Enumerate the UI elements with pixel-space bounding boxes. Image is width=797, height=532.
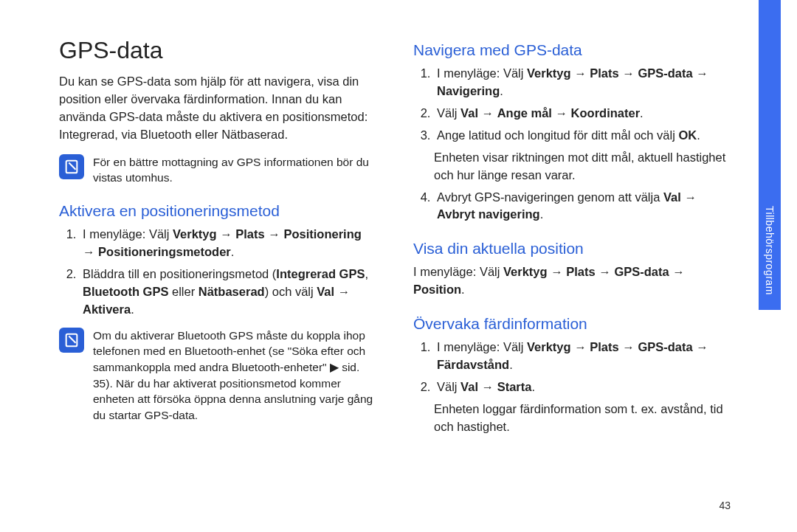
menu-path-part: Aktivera bbox=[83, 303, 131, 316]
section-heading-activate: Aktivera en positioneringsmetod bbox=[59, 202, 376, 220]
text: ) och välj bbox=[265, 285, 317, 298]
menu-path-part: Verktyg bbox=[503, 265, 548, 278]
menu-path-part: Val bbox=[663, 190, 681, 204]
position-line: I menyläge: Välj Verktyg → Plats → GPS-d… bbox=[413, 263, 731, 299]
svg-rect-0 bbox=[66, 160, 77, 173]
list-item: I menyläge: Välj Verktyg → Plats → Posit… bbox=[80, 226, 376, 261]
note-icon bbox=[59, 154, 84, 179]
text: I menyläge: Välj bbox=[437, 340, 527, 353]
list-item: Ange latitud och longitud för ditt mål o… bbox=[434, 127, 731, 145]
menu-path-part: Val bbox=[460, 380, 478, 393]
menu-path-part: Val bbox=[317, 285, 334, 298]
text: I menyläge: Välj bbox=[437, 66, 527, 80]
text: I menyläge: Välj bbox=[413, 265, 503, 278]
note-icon bbox=[59, 328, 84, 353]
menu-path-part: GPS-data bbox=[638, 340, 692, 353]
menu-path-part: Avbryt navigering bbox=[437, 207, 540, 221]
menu-path-part: GPS-data bbox=[614, 265, 669, 278]
menu-path-part: GPS-data bbox=[638, 66, 692, 80]
svg-rect-1 bbox=[66, 334, 77, 346]
navigate-steps: I menyläge: Välj Verktyg → Plats → GPS-d… bbox=[413, 65, 731, 145]
intro-paragraph: Du kan se GPS-data som hjälp för att nav… bbox=[59, 73, 376, 144]
text: I menyläge: Välj bbox=[83, 227, 173, 241]
page-title: GPS-data bbox=[59, 37, 376, 64]
side-tab-label: Tillbehörsprogram bbox=[764, 206, 776, 310]
menu-path-part: Plats bbox=[566, 265, 595, 278]
menu-path-part: Verktyg bbox=[527, 66, 571, 80]
menu-path-part: Koordinater bbox=[571, 106, 641, 120]
menu-path-part: Navigering bbox=[437, 84, 500, 97]
menu-path-part: Plats bbox=[590, 340, 618, 353]
menu-path-part: Positioneringsmetoder bbox=[98, 245, 231, 258]
text: Avbryt GPS-navigeringen genom att välja bbox=[437, 190, 663, 204]
section-heading-navigate: Navigera med GPS-data bbox=[413, 41, 731, 59]
menu-path-part: Verktyg bbox=[173, 227, 217, 241]
left-column: GPS-data Du kan se GPS-data som hjälp fö… bbox=[59, 37, 376, 441]
list-item: Bläddra till en positioneringsmetod (Int… bbox=[80, 266, 376, 319]
trip-steps: I menyläge: Välj Verktyg → Plats → GPS-d… bbox=[413, 339, 731, 396]
button-label: OK bbox=[678, 128, 697, 142]
note-text: För en bättre mottagning av GPS informat… bbox=[93, 154, 376, 186]
navigate-steps-cont: Avbryt GPS-navigeringen genom att välja … bbox=[413, 189, 731, 224]
option: Integrerad GPS bbox=[276, 267, 365, 280]
text: Välj bbox=[437, 380, 460, 393]
list-item: Välj Val → Starta. bbox=[434, 379, 731, 396]
page-number: 43 bbox=[719, 500, 731, 511]
menu-path-part: Färdavstånd bbox=[437, 358, 509, 371]
menu-path-part: Val bbox=[460, 106, 478, 120]
two-column-layout: GPS-data Du kan se GPS-data som hjälp fö… bbox=[59, 37, 731, 441]
section-heading-position: Visa din aktuella position bbox=[413, 240, 731, 258]
menu-path-part: Ange mål bbox=[497, 106, 552, 120]
menu-path-part: Positionering bbox=[283, 227, 361, 241]
menu-path-part: Position bbox=[413, 283, 461, 296]
note-box-2: Om du aktiverar Bluetooth GPS måste du k… bbox=[59, 328, 376, 424]
text: Välj bbox=[437, 106, 460, 120]
menu-path-part: Starta bbox=[497, 380, 532, 393]
menu-path-part: Plats bbox=[590, 66, 618, 80]
text: Bläddra till en positioneringsmetod ( bbox=[83, 267, 276, 280]
note-box-1: För en bättre mottagning av GPS informat… bbox=[59, 154, 376, 186]
text: Ange latitud och longitud för ditt mål o… bbox=[437, 128, 678, 142]
menu-path-part: Verktyg bbox=[527, 340, 571, 353]
note-text: Om du aktiverar Bluetooth GPS måste du k… bbox=[93, 328, 376, 424]
list-item: Avbryt GPS-navigeringen genom att välja … bbox=[434, 189, 731, 224]
option: Bluetooth GPS bbox=[83, 285, 168, 298]
side-tab: Tillbehörsprogram bbox=[759, 0, 781, 310]
right-column: Navigera med GPS-data I menyläge: Välj V… bbox=[413, 37, 731, 441]
option: Nätbaserad bbox=[199, 285, 265, 298]
text: , bbox=[365, 267, 368, 280]
activate-steps: I menyläge: Välj Verktyg → Plats → Posit… bbox=[59, 226, 376, 319]
text: eller bbox=[168, 285, 198, 298]
list-item: I menyläge: Välj Verktyg → Plats → GPS-d… bbox=[434, 339, 731, 374]
trip-note: Enheten loggar färdinformation som t. ex… bbox=[434, 401, 731, 436]
navigate-note: Enheten visar riktningen mot ditt mål, a… bbox=[434, 149, 731, 184]
menu-path-part: Plats bbox=[235, 227, 264, 241]
section-heading-trip: Övervaka färdinformation bbox=[413, 315, 731, 333]
list-item: I menyläge: Välj Verktyg → Plats → GPS-d… bbox=[434, 65, 731, 100]
list-item: Välj Val → Ange mål → Koordinater. bbox=[434, 105, 731, 122]
page: Tillbehörsprogram GPS-data Du kan se GPS… bbox=[0, 0, 797, 532]
